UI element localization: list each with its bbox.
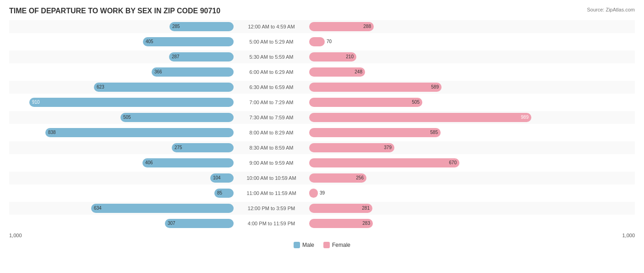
time-label: 11:00 AM to 11:59 AM (234, 190, 309, 196)
table-row: 505 7:30 AM to 7:59 AM 989 (9, 111, 635, 124)
female-value: 248 (355, 69, 362, 74)
female-value: 210 (346, 54, 354, 59)
male-value: 838 (48, 130, 56, 135)
bar-male: 405 (143, 37, 234, 46)
table-row: 634 12:00 PM to 3:59 PM 281 (9, 202, 635, 215)
bar-female: 39 (309, 189, 318, 198)
legend-male-box (294, 242, 300, 248)
time-label: 7:30 AM to 7:59 AM (234, 115, 309, 120)
female-value: 281 (362, 206, 370, 211)
bar-male: 287 (169, 52, 234, 61)
male-value: 366 (154, 69, 162, 74)
bar-female: 589 (309, 83, 442, 92)
time-label: 12:00 PM to 3:59 PM (234, 206, 309, 211)
male-value: 104 (213, 175, 221, 180)
axis-min-label: 1,000 (9, 233, 22, 238)
time-label: 8:00 AM to 8:29 AM (234, 130, 309, 135)
table-row: 405 5:00 AM to 5:29 AM 70 (9, 35, 635, 48)
bar-female: 585 (309, 128, 441, 137)
male-value: 307 (168, 221, 175, 226)
table-row: 275 8:30 AM to 8:59 AM 379 (9, 141, 635, 154)
female-value: 379 (384, 145, 392, 150)
time-label: 5:00 AM to 5:29 AM (234, 39, 309, 45)
female-value: 39 (320, 190, 325, 195)
table-row: 307 4:00 PM to 11:59 PM 283 (9, 217, 635, 230)
male-value: 634 (94, 206, 102, 211)
male-value: 505 (123, 115, 131, 120)
bar-female: 379 (309, 143, 394, 152)
source-label: Source: ZipAtlas.com (587, 7, 635, 12)
bar-male: 910 (29, 98, 234, 107)
time-label: 8:30 AM to 8:59 AM (234, 145, 309, 150)
time-label: 5:30 AM to 5:59 AM (234, 54, 309, 60)
bar-female: 670 (309, 158, 459, 167)
legend-male-label: Male (302, 242, 314, 248)
legend-male: Male (294, 242, 314, 248)
table-row: 406 9:00 AM to 9:59 AM 670 (9, 156, 635, 169)
male-value: 623 (97, 84, 104, 89)
bar-male: 85 (214, 189, 234, 198)
bar-male: 406 (142, 158, 234, 167)
female-value: 256 (356, 175, 364, 180)
bar-male: 307 (165, 219, 234, 228)
bar-female: 70 (309, 37, 325, 46)
time-label: 4:00 PM to 11:59 PM (234, 221, 309, 226)
time-label: 7:00 AM to 7:29 AM (234, 100, 309, 105)
legend-female-label: Female (332, 242, 350, 248)
bar-male: 623 (94, 83, 234, 92)
legend: Male Female (9, 242, 635, 248)
male-value: 287 (172, 54, 180, 59)
female-value: 585 (430, 130, 438, 135)
bar-female: 248 (309, 67, 365, 77)
bar-male: 275 (172, 143, 234, 152)
bar-female: 505 (309, 98, 422, 107)
bar-male: 634 (91, 204, 234, 213)
bar-female: 281 (309, 204, 372, 213)
bar-male: 505 (120, 113, 234, 122)
time-label: 12:00 AM to 4:59 AM (234, 24, 309, 29)
male-value: 406 (145, 160, 153, 165)
table-row: 287 5:30 AM to 5:59 AM 210 (9, 50, 635, 63)
female-value: 589 (431, 84, 439, 89)
male-value: 85 (217, 190, 222, 195)
time-label: 6:30 AM to 6:59 AM (234, 84, 309, 90)
bar-female: 288 (309, 22, 374, 31)
bar-male: 838 (45, 128, 234, 137)
legend-female-box (323, 242, 330, 248)
bar-female: 256 (309, 173, 366, 183)
bar-female: 210 (309, 52, 356, 61)
bar-male: 366 (152, 67, 234, 77)
bar-male: 285 (169, 22, 234, 31)
male-value: 405 (146, 39, 153, 44)
time-label: 10:00 AM to 10:59 AM (234, 175, 309, 181)
female-value: 670 (449, 160, 457, 165)
table-row: 910 7:00 AM to 7:29 AM 505 (9, 96, 635, 109)
female-value: 283 (362, 221, 370, 226)
male-value: 285 (172, 24, 180, 29)
table-row: 104 10:00 AM to 10:59 AM 256 (9, 172, 635, 184)
male-value: 275 (175, 145, 182, 150)
chart-container: TIME OF DEPARTURE TO WORK BY SEX IN ZIP … (0, 0, 644, 273)
table-row: 366 6:00 AM to 6:29 AM 248 (9, 66, 635, 78)
table-row: 838 8:00 AM to 8:29 AM 585 (9, 126, 635, 139)
bar-female: 283 (309, 219, 373, 228)
axis-max-label: 1,000 (622, 233, 635, 238)
bar-female: 989 (309, 113, 531, 122)
time-label: 6:00 AM to 6:29 AM (234, 69, 309, 75)
table-row: 623 6:30 AM to 6:59 AM 589 (9, 81, 635, 94)
female-value: 989 (521, 115, 529, 120)
time-label: 9:00 AM to 9:59 AM (234, 160, 309, 166)
legend-female: Female (323, 242, 350, 248)
chart-rows: 285 12:00 AM to 4:59 AM 288 405 5:00 AM … (9, 19, 635, 231)
chart-title: TIME OF DEPARTURE TO WORK BY SEX IN ZIP … (9, 7, 635, 15)
female-value: 70 (327, 39, 332, 44)
table-row: 85 11:00 AM to 11:59 AM 39 (9, 187, 635, 200)
bar-male: 104 (210, 173, 234, 183)
table-row: 285 12:00 AM to 4:59 AM 288 (9, 20, 635, 33)
male-value: 910 (32, 100, 40, 105)
female-value: 505 (412, 100, 420, 105)
female-value: 288 (363, 24, 371, 29)
